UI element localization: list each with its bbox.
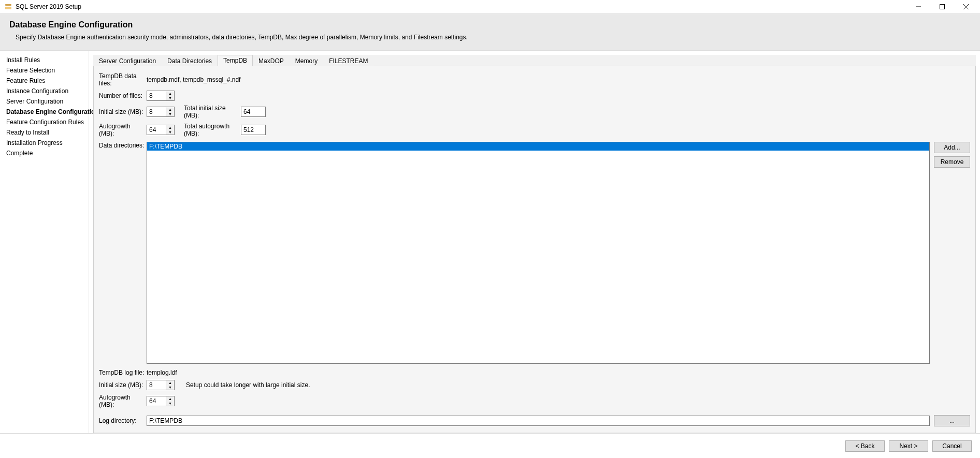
label-total-initial-size: Total initial size (MB):	[184, 105, 241, 119]
label-tempdb-data-files: TempDB data files:	[99, 72, 147, 87]
wizard-step-item[interactable]: Database Engine Configuration	[6, 107, 89, 117]
header-band: Database Engine Configuration Specify Da…	[0, 13, 980, 51]
wizard-step-item[interactable]: Install Rules	[6, 55, 89, 65]
wizard-step-item[interactable]: Feature Configuration Rules	[6, 117, 89, 127]
spinner-up-icon[interactable]: ▲	[166, 125, 174, 130]
spinner-down-icon[interactable]: ▼	[166, 130, 174, 135]
tab[interactable]: TempDB	[218, 55, 253, 66]
add-button[interactable]: Add...	[934, 142, 970, 153]
label-data-directories: Data directories:	[99, 142, 147, 149]
tab-panel-tempdb: TempDB data files: tempdb.mdf, tempdb_ms…	[93, 66, 976, 433]
label-total-autogrowth: Total autogrowth (MB):	[184, 123, 241, 137]
wizard-step-item[interactable]: Instance Configuration	[6, 86, 89, 96]
svg-rect-1	[5, 7, 11, 9]
tab[interactable]: MaxDOP	[253, 55, 290, 66]
label-tempdb-log-file: TempDB log file:	[99, 369, 147, 376]
input-log-autogrowth[interactable]	[147, 396, 166, 406]
wizard-step-item[interactable]: Feature Selection	[6, 65, 89, 76]
value-tempdb-log-file: templog.ldf	[147, 369, 177, 376]
label-initial-size: Initial size (MB):	[99, 108, 147, 115]
page-subtitle: Specify Database Engine authentication s…	[0, 34, 980, 41]
wizard-step-item[interactable]: Complete	[6, 148, 89, 158]
input-number-of-files[interactable]	[147, 91, 166, 100]
browse-log-directory-button[interactable]: ...	[934, 415, 970, 426]
spinner-up-icon[interactable]: ▲	[166, 380, 174, 385]
input-initial-size[interactable]	[147, 107, 166, 116]
warning-large-initial-size: Setup could take longer with large initi…	[186, 381, 310, 389]
spinner-down-icon[interactable]: ▼	[166, 96, 174, 100]
input-autogrowth[interactable]	[147, 125, 166, 135]
spinner-down-icon[interactable]: ▼	[166, 401, 174, 406]
page-title: Database Engine Configuration	[0, 18, 980, 34]
input-total-autogrowth	[241, 126, 265, 134]
label-autogrowth: Autogrowth (MB):	[99, 123, 147, 137]
value-tempdb-data-files: tempdb.mdf, tempdb_mssql_#.ndf	[147, 76, 240, 83]
wizard-step-item[interactable]: Installation Progress	[6, 138, 89, 148]
wizard-step-item[interactable]: Ready to Install	[6, 127, 89, 138]
label-number-of-files: Number of files:	[99, 92, 147, 99]
back-button[interactable]: < Back	[845, 440, 885, 452]
maximize-button[interactable]	[930, 0, 954, 13]
spinner-number-of-files[interactable]: ▲ ▼	[147, 91, 175, 101]
field-total-autogrowth	[241, 125, 266, 135]
spinner-down-icon[interactable]: ▼	[166, 385, 174, 390]
spinner-up-icon[interactable]: ▲	[166, 396, 174, 401]
close-button[interactable]	[954, 0, 978, 13]
listbox-data-directories[interactable]: F:\TEMPDB	[147, 142, 930, 364]
cancel-button[interactable]: Cancel	[932, 440, 972, 452]
spinner-autogrowth[interactable]: ▲ ▼	[147, 125, 175, 135]
spinner-log-autogrowth[interactable]: ▲ ▼	[147, 396, 175, 406]
remove-button[interactable]: Remove	[934, 156, 970, 168]
tab[interactable]: FILESTREAM	[323, 55, 373, 66]
svg-rect-3	[940, 5, 945, 9]
wizard-steps-sidebar: Install RulesFeature SelectionFeature Ru…	[0, 51, 89, 433]
svg-rect-0	[5, 4, 11, 6]
input-log-initial-size[interactable]	[147, 380, 166, 390]
field-total-initial-size	[241, 107, 266, 117]
label-log-initial-size: Initial size (MB):	[99, 381, 147, 389]
spinner-up-icon[interactable]: ▲	[166, 107, 174, 112]
tab[interactable]: Server Configuration	[93, 55, 162, 66]
list-item[interactable]: F:\TEMPDB	[147, 142, 929, 151]
wizard-footer: < Back Next > Cancel	[0, 433, 980, 458]
spinner-log-initial-size[interactable]: ▲ ▼	[147, 380, 175, 390]
wizard-step-item[interactable]: Server Configuration	[6, 96, 89, 107]
input-total-initial-size	[241, 108, 265, 115]
titlebar: SQL Server 2019 Setup	[0, 0, 980, 13]
tab[interactable]: Memory	[290, 55, 323, 66]
tab-strip: Server ConfigurationData DirectoriesTemp…	[93, 55, 976, 66]
label-log-autogrowth: Autogrowth (MB):	[99, 394, 147, 408]
minimize-button[interactable]	[906, 0, 930, 13]
app-icon	[4, 3, 12, 11]
spinner-up-icon[interactable]: ▲	[166, 91, 174, 96]
spinner-initial-size[interactable]: ▲ ▼	[147, 107, 175, 117]
wizard-step-item[interactable]: Feature Rules	[6, 76, 89, 86]
next-button[interactable]: Next >	[889, 440, 928, 452]
label-log-directory: Log directory:	[99, 417, 147, 424]
field-log-directory[interactable]	[147, 416, 930, 426]
window-title: SQL Server 2019 Setup	[16, 3, 81, 10]
input-log-directory[interactable]	[147, 416, 929, 425]
tab[interactable]: Data Directories	[162, 55, 218, 66]
spinner-down-icon[interactable]: ▼	[166, 112, 174, 116]
